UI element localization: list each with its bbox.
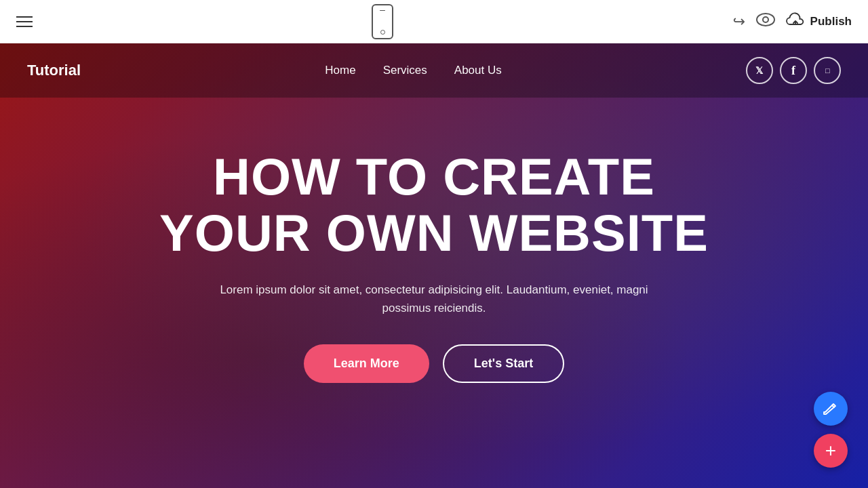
hamburger-icon[interactable] bbox=[16, 16, 33, 27]
social-twitter[interactable]: 𝕏 bbox=[746, 57, 773, 84]
mobile-preview-icon[interactable] bbox=[372, 4, 393, 39]
site-logo: Tutorial bbox=[27, 62, 81, 79]
social-facebook[interactable]: f bbox=[780, 57, 807, 84]
fab-plus-icon: + bbox=[825, 440, 836, 462]
publish-cloud-icon bbox=[786, 12, 805, 30]
toolbar: ↩ Publish bbox=[0, 0, 868, 43]
preview-icon[interactable] bbox=[756, 13, 775, 30]
social-instagram[interactable]: □ bbox=[814, 57, 841, 84]
svg-point-0 bbox=[757, 14, 774, 26]
site-nav-links: Home Services About Us bbox=[325, 64, 501, 77]
fab-container: + bbox=[814, 392, 848, 468]
toolbar-center bbox=[372, 4, 393, 39]
nav-link-home[interactable]: Home bbox=[325, 64, 355, 77]
learn-more-button[interactable]: Learn More bbox=[304, 344, 429, 383]
svg-point-1 bbox=[763, 17, 768, 22]
publish-button[interactable]: Publish bbox=[786, 12, 852, 30]
website-preview: Tutorial Home Services About Us 𝕏 f □ HO… bbox=[0, 43, 868, 488]
publish-label: Publish bbox=[810, 15, 852, 28]
lets-start-button[interactable]: Let's Start bbox=[443, 344, 564, 383]
nav-link-services[interactable]: Services bbox=[383, 64, 427, 77]
site-navbar: Tutorial Home Services About Us 𝕏 f □ bbox=[0, 43, 868, 98]
hero-buttons: Learn More Let's Start bbox=[159, 344, 709, 383]
fab-add-button[interactable]: + bbox=[814, 434, 848, 468]
hero-title-line2: YOUR OWN WEBSITE bbox=[159, 204, 709, 262]
hero-content: HOW TO CREATE YOUR OWN WEBSITE Lorem ips… bbox=[159, 148, 709, 384]
fab-edit-button[interactable] bbox=[814, 392, 848, 426]
toolbar-right: ↩ Publish bbox=[733, 12, 852, 30]
undo-icon[interactable]: ↩ bbox=[733, 13, 745, 30]
nav-link-about[interactable]: About Us bbox=[454, 64, 502, 77]
hero-title-line1: HOW TO CREATE bbox=[213, 148, 655, 205]
hero-title: HOW TO CREATE YOUR OWN WEBSITE bbox=[159, 148, 709, 262]
toolbar-left bbox=[16, 16, 33, 27]
site-social-links: 𝕏 f □ bbox=[746, 57, 841, 84]
hero-subtitle: Lorem ipsum dolor sit amet, consectetur … bbox=[197, 281, 671, 317]
